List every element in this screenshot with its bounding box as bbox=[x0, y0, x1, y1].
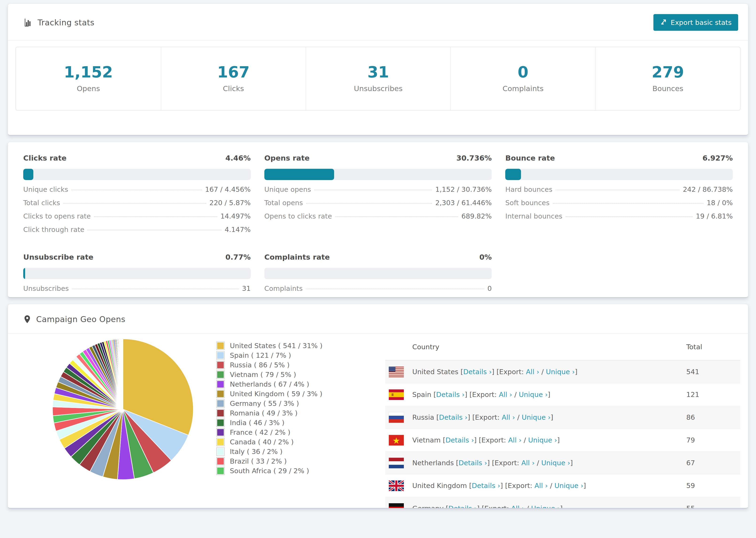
total-cell: 86 bbox=[686, 413, 740, 421]
legend-swatch-color bbox=[217, 419, 224, 426]
rate-detail-value: 1,152 / 30.736% bbox=[435, 186, 492, 193]
geo-table-header: CountryTotal bbox=[385, 334, 740, 360]
legend-item-romania[interactable]: Romania ( 49 / 3% ) bbox=[216, 408, 323, 418]
leader-dots bbox=[553, 203, 703, 203]
rate-detail-row: Internal bounces19 / 6.81% bbox=[505, 212, 733, 220]
leader-dots bbox=[306, 203, 432, 203]
geo-title: Campaign Geo Opens bbox=[36, 314, 125, 324]
stat-label: Bounces bbox=[596, 84, 740, 93]
rate-detail-value: 14.497% bbox=[220, 212, 251, 220]
page: Tracking stats Export basic stats 1,152O… bbox=[0, 0, 756, 518]
export-all-link[interactable]: All › bbox=[534, 482, 548, 490]
legend-swatch-color bbox=[217, 371, 224, 378]
export-all-link[interactable]: All › bbox=[526, 368, 539, 376]
export-unique-link[interactable]: Unique › bbox=[519, 391, 548, 399]
details-link[interactable]: Details › bbox=[463, 368, 492, 376]
rate-detail-value: 220 / 5.87% bbox=[209, 199, 251, 207]
rate-percent: 30.736% bbox=[457, 154, 492, 162]
legend-swatch bbox=[216, 351, 225, 360]
rate-detail-label: Complaints bbox=[264, 285, 303, 293]
total-cell: 79 bbox=[686, 436, 740, 444]
rate-header-bounce: Bounce rate6.927% bbox=[505, 154, 733, 162]
details-link[interactable]: Details › bbox=[459, 459, 487, 467]
details-link[interactable]: Details › bbox=[472, 482, 500, 490]
summary-stat-opens: 1,152Opens bbox=[16, 47, 161, 110]
export-basic-stats-button[interactable]: Export basic stats bbox=[653, 14, 738, 31]
stat-value: 0 bbox=[451, 65, 595, 80]
legend-swatch bbox=[216, 409, 225, 417]
rate-title: Complaints rate bbox=[264, 253, 330, 261]
summary-stat-complaints: 0Complaints bbox=[450, 47, 595, 110]
pie-slice-other[interactable] bbox=[123, 339, 123, 409]
legend-item-russia[interactable]: Russia ( 86 / 5% ) bbox=[216, 360, 323, 370]
rate-detail-label: Clicks to opens rate bbox=[23, 212, 91, 220]
legend-item-brazil[interactable]: Brazil ( 33 / 2% ) bbox=[216, 456, 323, 466]
rate-detail-value: 242 / 86.738% bbox=[683, 186, 733, 193]
summary-stat-bounces: 279Bounces bbox=[595, 47, 740, 110]
details-link[interactable]: Details › bbox=[445, 436, 474, 444]
legend-swatch-color bbox=[217, 400, 224, 407]
flag-icon-de bbox=[389, 503, 404, 509]
rate-detail-row: Complaints0 bbox=[264, 285, 492, 293]
legend-swatch bbox=[216, 438, 225, 446]
rate-detail-value: 31 bbox=[242, 285, 251, 293]
legend-item-united-kingdom[interactable]: United Kingdom ( 59 / 3% ) bbox=[216, 389, 323, 399]
country-cell: United Kingdom [Details ›] [Export: All … bbox=[412, 482, 686, 490]
legend-item-vietnam[interactable]: Vietnam ( 79 / 5% ) bbox=[216, 370, 323, 379]
details-link[interactable]: Details › bbox=[436, 391, 465, 399]
export-unique-link[interactable]: Unique › bbox=[531, 505, 560, 509]
flag-icon-ru bbox=[389, 412, 404, 423]
stat-label: Opens bbox=[16, 84, 161, 93]
legend-label: Romania ( 49 / 3% ) bbox=[230, 409, 297, 417]
legend-swatch bbox=[216, 447, 225, 456]
rate-progressbar bbox=[23, 169, 251, 180]
geo-header: Campaign Geo Opens bbox=[8, 304, 748, 334]
legend-item-spain[interactable]: Spain ( 121 / 7% ) bbox=[216, 350, 323, 360]
legend-item-germany[interactable]: Germany ( 55 / 3% ) bbox=[216, 399, 323, 408]
rate-detail-row: Clicks to opens rate14.497% bbox=[23, 212, 251, 220]
export-all-link[interactable]: All › bbox=[508, 436, 522, 444]
details-link[interactable]: Details › bbox=[449, 505, 477, 509]
rate-detail-label: Click through rate bbox=[23, 226, 84, 234]
rate-block-complaints: Complaints rate0%Complaints0 bbox=[264, 253, 492, 293]
legend-item-netherlands[interactable]: Netherlands ( 67 / 4% ) bbox=[216, 379, 323, 389]
legend-swatch-color bbox=[217, 458, 224, 464]
legend-item-italy[interactable]: Italy ( 36 / 2% ) bbox=[216, 447, 323, 456]
table-row-es: Spain [Details ›] [Export: All › / Uniqu… bbox=[385, 383, 740, 406]
legend-item-france[interactable]: France ( 42 / 2% ) bbox=[216, 427, 323, 437]
rate-progressbar-fill bbox=[23, 268, 25, 279]
export-all-link[interactable]: All › bbox=[502, 413, 515, 421]
rate-detail-value: 4.147% bbox=[225, 226, 251, 234]
rate-detail-value: 167 / 4.456% bbox=[205, 186, 251, 193]
legend-item-india[interactable]: India ( 46 / 3% ) bbox=[216, 418, 323, 427]
details-link[interactable]: Details › bbox=[439, 413, 467, 421]
legend-item-south-africa[interactable]: South Africa ( 29 / 2% ) bbox=[216, 466, 323, 476]
rate-detail-value: 689.82% bbox=[461, 212, 492, 220]
export-all-link[interactable]: All › bbox=[499, 391, 512, 399]
flag-icon-nl bbox=[389, 458, 404, 468]
rate-progressbar-fill bbox=[23, 169, 33, 180]
legend-item-united-states[interactable]: United States ( 541 / 31% ) bbox=[216, 341, 323, 350]
legend-item-canada[interactable]: Canada ( 40 / 2% ) bbox=[216, 437, 323, 447]
export-unique-link[interactable]: Unique › bbox=[554, 482, 583, 490]
legend-swatch bbox=[216, 457, 225, 465]
export-all-link[interactable]: All › bbox=[521, 459, 535, 467]
rate-detail-row: Unique clicks167 / 4.456% bbox=[23, 186, 251, 193]
rate-progressbar bbox=[505, 169, 733, 180]
tracking-stats-card: Tracking stats Export basic stats 1,152O… bbox=[8, 4, 748, 136]
table-row-us: United States [Details ›] [Export: All ›… bbox=[385, 360, 740, 383]
export-unique-link[interactable]: Unique › bbox=[522, 413, 551, 421]
rate-detail-value: 2,303 / 61.446% bbox=[435, 199, 492, 207]
export-unique-link[interactable]: Unique › bbox=[541, 459, 570, 467]
legend-swatch bbox=[216, 467, 225, 475]
flag-icon-vn bbox=[389, 435, 404, 446]
rate-detail-label: Unique opens bbox=[264, 186, 311, 193]
export-unique-link[interactable]: Unique › bbox=[546, 368, 575, 376]
rate-header-opens: Opens rate30.736% bbox=[264, 154, 492, 162]
legend-label: Spain ( 121 / 7% ) bbox=[230, 351, 291, 359]
export-unique-link[interactable]: Unique › bbox=[528, 436, 557, 444]
table-row-gb: United Kingdom [Details ›] [Export: All … bbox=[385, 474, 740, 497]
table-row-de: Germany [Details ›] [Export: All › / Uni… bbox=[385, 497, 740, 509]
export-all-link[interactable]: All › bbox=[511, 505, 524, 509]
legend-swatch bbox=[216, 361, 225, 369]
